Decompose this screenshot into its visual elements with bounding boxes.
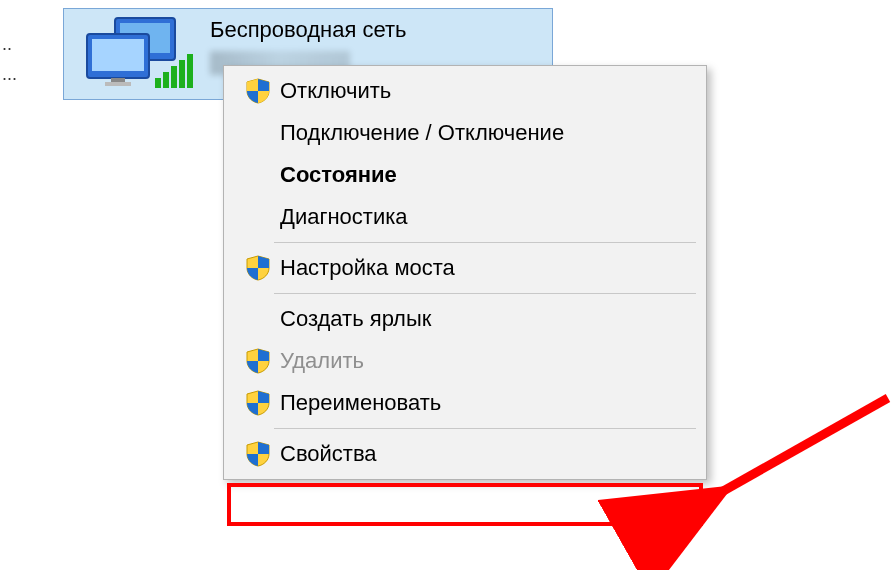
menu-label: Диагностика	[280, 204, 408, 230]
annotation-highlight-box	[227, 483, 703, 526]
menu-item-status[interactable]: Состояние	[226, 154, 704, 196]
svg-rect-10	[187, 54, 193, 88]
menu-label: Свойства	[280, 441, 377, 467]
svg-rect-5	[105, 82, 131, 86]
menu-item-diagnose[interactable]: Диагностика	[226, 196, 704, 238]
menu-label: Отключить	[280, 78, 391, 104]
svg-rect-8	[171, 66, 177, 88]
menu-item-create-shortcut[interactable]: Создать ярлык	[226, 298, 704, 340]
menu-label: Переименовать	[280, 390, 441, 416]
menu-separator	[274, 242, 696, 243]
menu-label: Создать ярлык	[280, 306, 431, 332]
truncated-text: ..	[2, 35, 12, 53]
adapter-title: Беспроводная сеть	[210, 17, 407, 43]
shield-icon	[236, 348, 280, 374]
menu-item-connect-disconnect[interactable]: Подключение / Отключение	[226, 112, 704, 154]
menu-label: Настройка моста	[280, 255, 455, 281]
shield-icon	[236, 390, 280, 416]
menu-item-bridge[interactable]: Настройка моста	[226, 247, 704, 289]
menu-label: Подключение / Отключение	[280, 120, 564, 146]
menu-item-properties[interactable]: Свойства	[226, 433, 704, 475]
menu-item-delete[interactable]: Удалить	[226, 340, 704, 382]
svg-rect-9	[179, 60, 185, 88]
menu-item-rename[interactable]: Переименовать	[226, 382, 704, 424]
menu-separator	[274, 293, 696, 294]
shield-icon	[236, 441, 280, 467]
shield-icon	[236, 255, 280, 281]
menu-label: Удалить	[280, 348, 364, 374]
svg-line-12	[718, 398, 888, 494]
svg-rect-6	[155, 78, 161, 88]
context-menu: Отключить Подключение / Отключение Состо…	[223, 65, 707, 480]
menu-item-disable[interactable]: Отключить	[226, 70, 704, 112]
svg-rect-4	[111, 78, 125, 82]
menu-separator	[274, 428, 696, 429]
menu-label: Состояние	[280, 162, 397, 188]
network-adapter-icon	[72, 15, 200, 95]
svg-rect-7	[163, 72, 169, 88]
svg-rect-3	[92, 39, 144, 71]
shield-icon	[236, 78, 280, 104]
truncated-text: ...	[2, 65, 17, 83]
